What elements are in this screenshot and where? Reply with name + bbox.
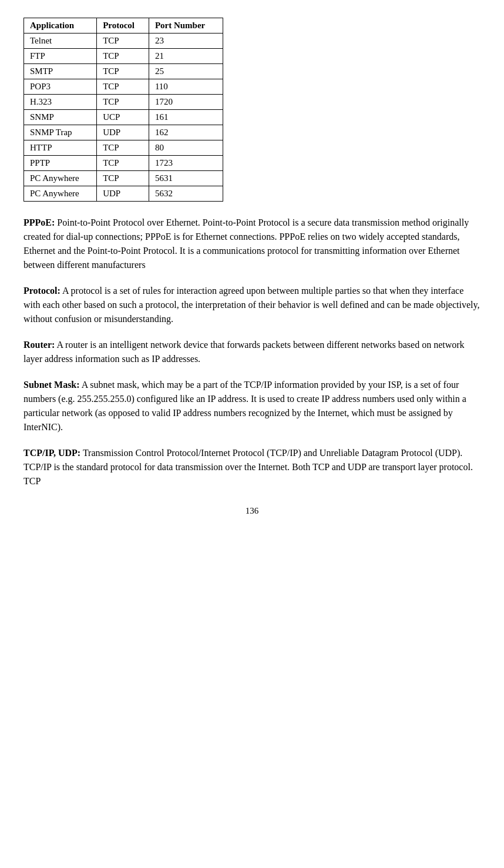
section-subnet-mask: Subnet Mask: A subnet mask, which may be… <box>23 378 481 434</box>
table-row: FTPTCP21 <box>24 49 223 64</box>
table-row: HTTPTCP80 <box>24 140 223 156</box>
table-cell-3-2: 110 <box>149 79 223 95</box>
col-header-port: Port Number <box>149 18 223 33</box>
table-cell-0-2: 23 <box>149 33 223 49</box>
table-cell-8-2: 1723 <box>149 156 223 171</box>
term-subnet-mask: Subnet Mask: <box>23 380 80 390</box>
table-cell-8-1: TCP <box>97 156 149 171</box>
table-cell-10-1: UDP <box>97 186 149 202</box>
table-cell-9-1: TCP <box>97 171 149 186</box>
table-cell-10-2: 5632 <box>149 186 223 202</box>
table-row: PC AnywhereTCP5631 <box>24 171 223 186</box>
table-cell-2-1: TCP <box>97 64 149 79</box>
table-row: H.323TCP1720 <box>24 95 223 110</box>
table-cell-7-0: HTTP <box>24 140 97 156</box>
term-router: Router: <box>23 340 55 350</box>
section-protocol: Protocol: A protocol is a set of rules f… <box>23 284 481 326</box>
table-cell-1-0: FTP <box>24 49 97 64</box>
table-cell-5-2: 161 <box>149 110 223 125</box>
table-row: SMTPTCP25 <box>24 64 223 79</box>
section-pppoe: PPPoE: Point-to-Point Protocol over Ethe… <box>23 216 481 272</box>
table-cell-1-2: 21 <box>149 49 223 64</box>
table-cell-9-0: PC Anywhere <box>24 171 97 186</box>
table-cell-6-0: SNMP Trap <box>24 125 97 140</box>
table-cell-7-1: TCP <box>97 140 149 156</box>
table-cell-0-0: Telnet <box>24 33 97 49</box>
table-cell-5-1: UCP <box>97 110 149 125</box>
table-cell-6-2: 162 <box>149 125 223 140</box>
table-row: POP3TCP110 <box>24 79 223 95</box>
page-number: 136 <box>23 506 481 516</box>
table-cell-8-0: PPTP <box>24 156 97 171</box>
table-cell-4-1: TCP <box>97 95 149 110</box>
term-protocol: Protocol: <box>23 286 61 296</box>
table-row: PPTPTCP1723 <box>24 156 223 171</box>
table-row: SNMP TrapUDP162 <box>24 125 223 140</box>
table-row: PC AnywhereUDP5632 <box>24 186 223 202</box>
table-cell-10-0: PC Anywhere <box>24 186 97 202</box>
table-cell-1-1: TCP <box>97 49 149 64</box>
table-cell-2-2: 25 <box>149 64 223 79</box>
table-cell-6-1: UDP <box>97 125 149 140</box>
table-cell-9-2: 5631 <box>149 171 223 186</box>
col-header-application: Application <box>24 18 97 33</box>
table-row: SNMPUCP161 <box>24 110 223 125</box>
table-cell-5-0: SNMP <box>24 110 97 125</box>
term-pppoe: PPPoE: <box>23 217 55 227</box>
protocol-table: Application Protocol Port Number TelnetT… <box>23 18 481 202</box>
term-tcpip-udp: TCP/IP, UDP: <box>23 448 80 458</box>
table-cell-0-1: TCP <box>97 33 149 49</box>
table-cell-4-2: 1720 <box>149 95 223 110</box>
col-header-protocol: Protocol <box>97 18 149 33</box>
table-row: TelnetTCP23 <box>24 33 223 49</box>
section-router: Router: A router is an intelligent netwo… <box>23 338 481 366</box>
table-cell-4-0: H.323 <box>24 95 97 110</box>
table-cell-2-0: SMTP <box>24 64 97 79</box>
table-cell-7-2: 80 <box>149 140 223 156</box>
table-cell-3-0: POP3 <box>24 79 97 95</box>
table-cell-3-1: TCP <box>97 79 149 95</box>
section-tcpip-udp: TCP/IP, UDP: Transmission Control Protoc… <box>23 446 481 488</box>
